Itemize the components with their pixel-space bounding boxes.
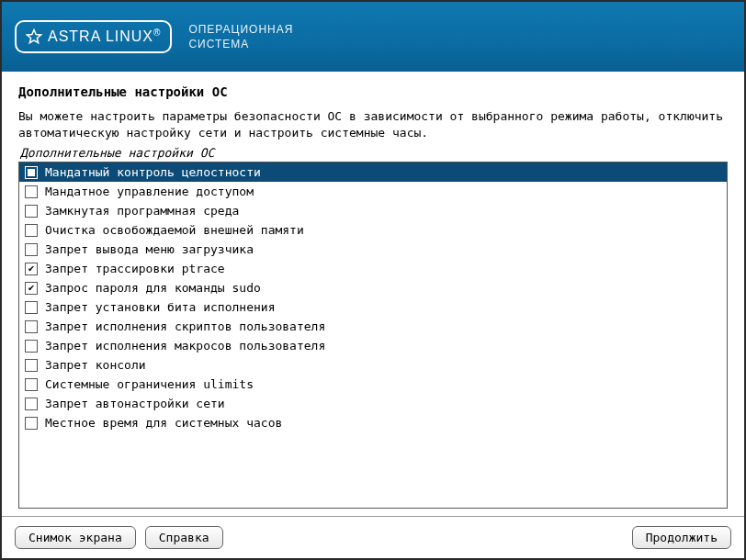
option-row[interactable]: Запрос пароля для команды sudo (19, 278, 727, 297)
astra-logo: ASTRA LINUX® (15, 20, 172, 52)
star-icon (26, 28, 42, 45)
checkbox-icon[interactable] (25, 320, 38, 333)
checkbox-icon[interactable] (25, 263, 38, 275)
option-label: Запрос пароля для команды sudo (45, 281, 261, 295)
option-row[interactable]: Запрет консоли (19, 355, 727, 375)
option-row[interactable]: Очистка освобождаемой внешней памяти (19, 220, 727, 240)
option-label: Запрет исполнения макросов пользователя (45, 339, 325, 353)
option-label: Запрет установки бита исполнения (45, 300, 275, 314)
option-row[interactable]: Мандатное управление доступом (19, 182, 727, 201)
footer-bar: Снимок экрана Справка Продолжить (2, 516, 744, 558)
option-label: Очистка освобождаемой внешней памяти (45, 223, 304, 237)
option-row[interactable]: Мандатный контроль целостности (19, 162, 727, 182)
option-label: Замкнутая программная среда (45, 204, 239, 218)
option-label: Запрет автонастройки сети (45, 397, 225, 410)
option-row[interactable]: Местное время для системных часов (19, 413, 727, 432)
option-label: Запрет вывода меню загрузчика (45, 242, 254, 256)
option-label: Местное время для системных часов (45, 416, 282, 430)
continue-button[interactable]: Продолжить (632, 526, 731, 549)
option-row[interactable]: Замкнутая программная среда (19, 201, 727, 220)
option-label: Мандатный контроль целостности (45, 165, 261, 179)
checkbox-icon[interactable] (25, 243, 38, 256)
header-bar: ASTRA LINUX® ОПЕРАЦИОННАЯ СИСТЕМА (2, 2, 744, 72)
help-button[interactable]: Справка (145, 526, 223, 549)
checkbox-icon[interactable] (25, 301, 38, 314)
page-title: Дополнительные настройки ОС (18, 84, 728, 99)
option-row[interactable]: Запрет вывода меню загрузчика (19, 240, 727, 259)
option-label: Мандатное управление доступом (45, 185, 254, 198)
logo-text: ASTRA LINUX® (48, 28, 161, 45)
section-label: Дополнительные настройки ОС (18, 146, 728, 160)
installer-window: ASTRA LINUX® ОПЕРАЦИОННАЯ СИСТЕМА Дополн… (0, 0, 746, 560)
checkbox-icon[interactable] (25, 417, 38, 430)
option-row[interactable]: Запрет трассировки ptrace (19, 259, 727, 278)
svg-marker-0 (28, 29, 41, 42)
option-label: Запрет трассировки ptrace (45, 262, 225, 275)
checkbox-icon[interactable] (25, 185, 38, 198)
checkbox-icon[interactable] (25, 398, 38, 410)
header-caption: ОПЕРАЦИОННАЯ СИСТЕМА (188, 22, 293, 51)
screenshot-button[interactable]: Снимок экрана (15, 526, 136, 549)
option-label: Запрет исполнения скриптов пользователя (45, 319, 325, 333)
checkbox-icon[interactable] (25, 378, 38, 391)
option-row[interactable]: Запрет установки бита исполнения (19, 297, 727, 317)
option-row[interactable]: Запрет исполнения скриптов пользователя (19, 317, 727, 336)
content-area: Дополнительные настройки ОС Вы можете на… (2, 72, 744, 516)
checkbox-icon[interactable] (25, 224, 38, 237)
options-list: Мандатный контроль целостностиМандатное … (18, 162, 728, 509)
option-row[interactable]: Запрет исполнения макросов пользователя (19, 336, 727, 355)
option-label: Системные ограничения ulimits (45, 377, 254, 391)
option-row[interactable]: Системные ограничения ulimits (19, 375, 727, 394)
checkbox-icon[interactable] (25, 340, 38, 353)
checkbox-icon[interactable] (25, 282, 38, 295)
option-label: Запрет консоли (45, 358, 146, 372)
page-description: Вы можете настроить параметры безопаснос… (18, 108, 728, 140)
checkbox-icon[interactable] (25, 359, 38, 372)
checkbox-icon[interactable] (25, 166, 38, 179)
checkbox-icon[interactable] (25, 205, 38, 218)
option-row[interactable]: Запрет автонастройки сети (19, 394, 727, 413)
